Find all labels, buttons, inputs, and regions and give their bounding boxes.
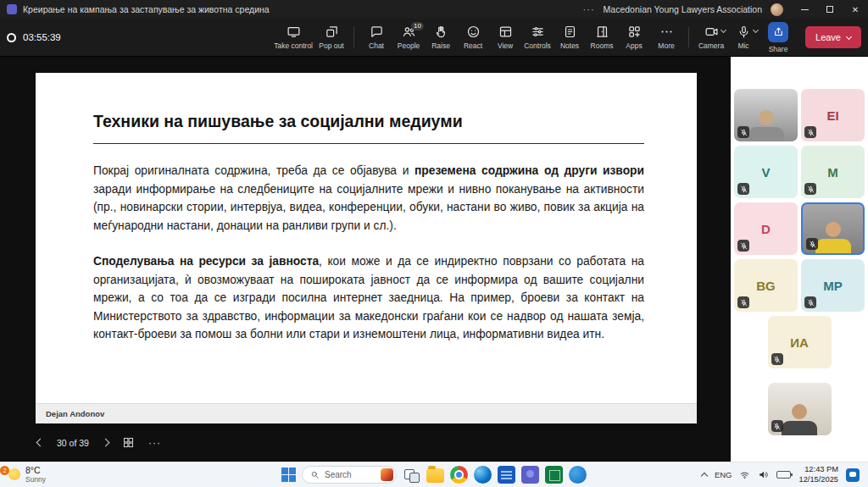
paragraph-text: Покрај оригиналната содржина, треба да с… <box>93 164 415 177</box>
battery-icon[interactable] <box>776 471 791 479</box>
chat-button[interactable]: Chat <box>360 19 392 56</box>
chrome-icon[interactable] <box>450 466 468 484</box>
paragraph-bold-text: преземена содржина од други извори <box>415 164 644 177</box>
controls-icon <box>531 25 545 39</box>
slide-navigation: 30 of 39 ··· <box>37 436 161 449</box>
mic-muted-icon <box>771 420 783 432</box>
titlebar-more-icon[interactable]: ··· <box>583 4 595 14</box>
slide-grid-view-icon[interactable] <box>122 436 135 449</box>
rooms-button[interactable]: Rooms <box>586 19 618 56</box>
raise-hand-button[interactable]: Raise <box>425 19 457 56</box>
account-avatar[interactable] <box>771 3 783 16</box>
windows-taskbar: 2 8°C Sunny Search ENG <box>0 462 868 487</box>
meeting-toolbar: 03:55:39 Take control Pop out Chat 10Peo… <box>0 19 868 57</box>
search-placeholder: Search <box>325 470 376 479</box>
participant-initials: D <box>761 222 771 236</box>
leave-button[interactable]: Leave <box>805 26 861 48</box>
volume-icon[interactable] <box>758 469 769 480</box>
notification-center-icon[interactable] <box>846 468 860 482</box>
search-highlight-icon[interactable] <box>381 468 393 481</box>
taskbar-search-box[interactable]: Search <box>302 466 397 484</box>
participant-initials: ИА <box>790 335 809 350</box>
participant-initials: V <box>761 165 770 180</box>
paragraph-text: заради информирање на следбениците на со… <box>93 183 644 232</box>
mic-muted-icon <box>806 238 818 250</box>
presentation-slide: Техники на пишување за социјални медиуми… <box>36 73 697 423</box>
take-control-button[interactable]: Take control <box>271 19 315 56</box>
system-tray: ENG 12:43 PM 12/15/2025 <box>702 465 868 484</box>
language-indicator[interactable]: ENG <box>715 470 732 479</box>
leave-label: Leave <box>815 32 841 42</box>
file-explorer-icon[interactable] <box>426 468 444 483</box>
view-button[interactable]: View <box>489 19 521 56</box>
more-button[interactable]: More <box>650 19 682 56</box>
task-view-icon[interactable] <box>403 466 420 484</box>
weather-description: Sunny <box>25 476 46 484</box>
view-icon <box>498 25 513 39</box>
mic-muted-icon <box>771 353 783 365</box>
pop-out-button[interactable]: Pop out <box>315 19 348 56</box>
mic-button[interactable]: Mic <box>727 19 760 56</box>
mic-muted-icon <box>737 240 749 252</box>
more-icon <box>659 25 674 39</box>
next-slide-button[interactable] <box>102 439 110 447</box>
chat-label: Chat <box>369 42 384 50</box>
pop-out-label: Pop out <box>319 42 343 50</box>
share-button[interactable]: Share <box>760 19 797 56</box>
active-speaker-video-tile[interactable] <box>801 202 865 255</box>
search-icon <box>310 470 320 479</box>
pop-out-icon <box>325 25 339 39</box>
window-minimize-button[interactable] <box>792 0 817 19</box>
excel-icon[interactable] <box>545 466 563 484</box>
meeting-timer: 03:55:39 <box>23 32 61 42</box>
weather-widget[interactable]: 2 8°C Sunny <box>0 466 46 484</box>
participant-tile[interactable]: ИА <box>768 316 832 368</box>
rooms-icon <box>595 25 609 39</box>
wifi-icon[interactable] <box>739 469 750 480</box>
camera-dropdown-chevron-icon[interactable] <box>721 27 726 33</box>
word-icon[interactable] <box>498 466 515 484</box>
presenter-bar: Dejan Andonov <box>36 403 697 423</box>
taskbar-clock[interactable]: 12:43 PM 12/15/2025 <box>798 465 838 484</box>
start-button[interactable] <box>281 468 296 482</box>
teams-taskbar-icon[interactable] <box>521 466 539 484</box>
rooms-label: Rooms <box>591 42 614 50</box>
slide-nav-more-icon[interactable]: ··· <box>148 437 161 449</box>
leave-dropdown-chevron-icon[interactable] <box>846 33 852 39</box>
weather-temperature: 8°C <box>25 466 46 476</box>
people-button[interactable]: 10People <box>392 19 425 56</box>
window-maximize-button[interactable] <box>817 0 843 19</box>
account-name[interactable]: Macedonian Young Lawyers Association <box>604 4 762 14</box>
participant-video-tile[interactable] <box>768 383 832 435</box>
participant-tile[interactable]: D <box>734 202 798 255</box>
edge-icon[interactable] <box>474 466 492 484</box>
participant-tile[interactable]: BG <box>734 259 798 312</box>
presenter-name: Dejan Andonov <box>46 409 104 418</box>
apps-button[interactable]: Apps <box>618 19 650 56</box>
participant-tile[interactable]: EI <box>801 89 865 141</box>
participant-tile[interactable]: V <box>734 146 798 198</box>
controls-label: Controls <box>524 42 551 50</box>
window-close-button[interactable]: ✕ <box>843 0 868 19</box>
paragraph-text: , кои може и да се индиректно поврзани с… <box>93 255 644 340</box>
mic-dropdown-chevron-icon[interactable] <box>753 27 759 33</box>
toolbar-divider <box>353 27 354 47</box>
outlook-icon[interactable] <box>569 466 587 484</box>
slide-title: Техники на пишување за социјални медиуми <box>93 112 644 131</box>
people-label: People <box>398 42 420 50</box>
controls-button[interactable]: Controls <box>521 19 554 56</box>
chat-icon <box>370 25 384 39</box>
notes-label: Notes <box>560 42 579 50</box>
hidden-icons-chevron-icon[interactable] <box>701 472 708 479</box>
participant-tile[interactable]: M <box>801 146 865 198</box>
react-button[interactable]: React <box>457 19 489 56</box>
camera-button[interactable]: Camera <box>695 19 727 56</box>
participant-tile[interactable]: MP <box>801 259 865 312</box>
slide-paragraph-1: Покрај оригиналната содржина, треба да с… <box>93 162 644 235</box>
recording-timer: 03:55:39 <box>7 32 105 42</box>
participant-video-tile[interactable] <box>734 89 798 141</box>
previous-slide-button[interactable] <box>36 439 45 447</box>
notes-button[interactable]: Notes <box>554 19 586 56</box>
sunny-weather-icon <box>8 468 20 480</box>
slide-page-indicator: 30 of 39 <box>57 438 89 448</box>
